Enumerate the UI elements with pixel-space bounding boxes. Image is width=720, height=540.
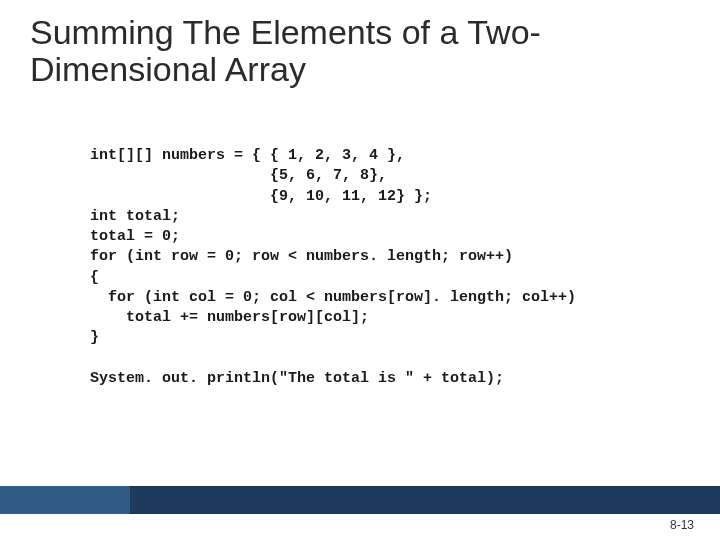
footer-bar: [0, 486, 720, 514]
page-number: 8-13: [670, 518, 694, 532]
slide-title: Summing The Elements of a Two-Dimensiona…: [30, 14, 690, 89]
code-block: int[][] numbers = { { 1, 2, 3, 4 }, {5, …: [90, 146, 690, 389]
slide: Summing The Elements of a Two-Dimensiona…: [0, 0, 720, 540]
